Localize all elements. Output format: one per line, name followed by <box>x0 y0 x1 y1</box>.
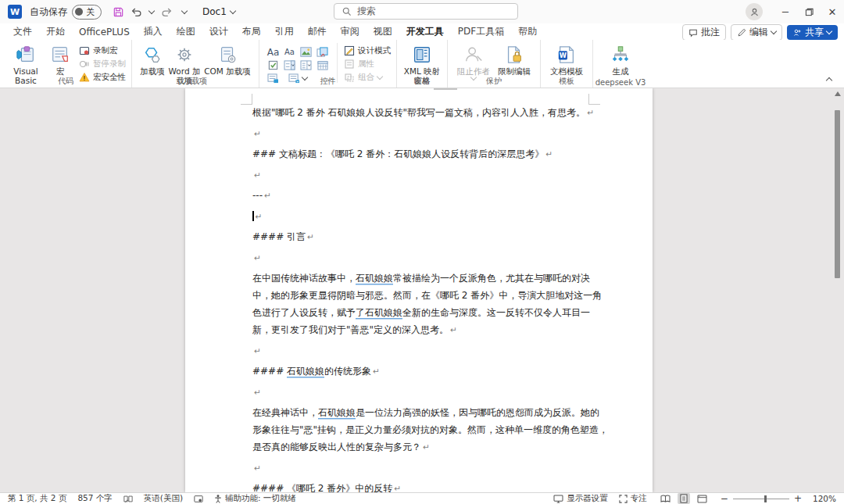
rich-text-control-button[interactable]: Aa <box>267 47 280 58</box>
collapse-ribbon-icon[interactable] <box>826 77 832 84</box>
document-line[interactable]: ↵ <box>252 459 593 477</box>
document-line[interactable]: 在经典神话中，石矶娘娘是一位法力高强的妖怪，因与哪吒的恩怨而成为反派。她的 <box>252 404 593 421</box>
document-line[interactable]: ↵ <box>252 384 593 401</box>
restrict-editing-button[interactable]: 限制编辑 <box>494 43 535 76</box>
paragraph-mark: ↵ <box>254 346 261 356</box>
document-line[interactable]: #### 引言↵ <box>252 228 593 245</box>
macro-recording-status[interactable] <box>194 495 203 503</box>
document-text[interactable]: 根据"哪吒 2 番外 石矶娘娘人设反转"帮我写一篇文稿，内容引人入胜，有思考。↵… <box>252 104 593 492</box>
tab-mailings[interactable]: 邮件 <box>301 23 334 40</box>
zoom-out-button[interactable]: − <box>721 493 728 504</box>
tab-insert[interactable]: 插入 <box>137 23 170 40</box>
dropdown-list-control-button[interactable] <box>300 60 312 70</box>
document-line[interactable]: ### 文稿标题：《哪吒 2 番外：石矶娘娘人设反转背后的深层思考》↵ <box>252 145 593 163</box>
close-button[interactable]: ✕ <box>821 0 844 23</box>
document-line[interactable]: 根据"哪吒 2 番外 石矶娘娘人设反转"帮我写一篇文稿，内容引人入胜，有思考。↵ <box>252 104 593 121</box>
zoom-slider[interactable] <box>733 499 789 499</box>
minimize-button[interactable]: ─ <box>774 0 797 23</box>
print-layout-button[interactable] <box>678 493 690 504</box>
restore-button[interactable] <box>797 0 821 23</box>
ribbon: Visual Basic 宏 录制宏 暂停录制 宏安全性 代码 加载项 <box>0 40 844 88</box>
tab-view[interactable]: 视图 <box>367 23 399 40</box>
combo-box-control-button[interactable] <box>284 60 295 70</box>
editing-mode-button[interactable]: 编辑 <box>731 24 782 41</box>
autosave-state: 关 <box>86 6 95 18</box>
read-mode-button[interactable] <box>658 494 673 504</box>
generate-button[interactable]: 生成 <box>599 43 642 76</box>
scroll-up-icon[interactable] <box>835 91 841 96</box>
web-layout-button[interactable] <box>695 494 710 504</box>
document-line[interactable]: 新，更引发了我们对于"善恶"定义的深入思考。↵ <box>252 321 593 338</box>
date-picker-control-button[interactable] <box>317 60 328 70</box>
comments-button[interactable]: 批注 <box>682 24 726 41</box>
addins-button[interactable]: 加载项 <box>138 43 167 76</box>
undo-dropdown-icon[interactable] <box>148 7 155 13</box>
document-line[interactable]: ↵ <box>252 208 593 225</box>
record-macro-button[interactable]: 录制宏 <box>79 45 126 56</box>
language-status[interactable]: 英语(美国) <box>144 493 183 504</box>
redo-button[interactable] <box>160 6 173 17</box>
document-line[interactable]: 中，她的形象更显得阴暗与邪恶。然而，在《哪吒 2 番外》中，导演大胆地对这一角 <box>252 287 593 304</box>
document-line[interactable]: ↵ <box>252 166 593 184</box>
monitor-icon <box>553 495 563 503</box>
document-line[interactable]: #### 《哪吒 2 番外》中的反转↵ <box>252 480 593 492</box>
autosave-toggle[interactable]: 关 <box>72 5 102 20</box>
tab-officeplus[interactable]: OfficePLUS <box>72 25 137 39</box>
autosave-control[interactable]: 自动保存 关 <box>30 5 102 20</box>
page-number-status[interactable]: 第 1 页, 共 2 页 <box>8 493 66 504</box>
tab-home[interactable]: 开始 <box>39 23 72 40</box>
design-mode-button[interactable]: 设计模式 <box>344 45 391 56</box>
document-line[interactable]: ↵ <box>252 125 593 142</box>
picture-control-button[interactable] <box>300 47 312 57</box>
document-line[interactable]: 色进行了人设反转，赋予了石矶娘娘全新的生命与深度。这一反转不仅令人耳目一 <box>252 304 593 321</box>
save-icon[interactable] <box>113 6 124 18</box>
word-count-status[interactable]: 857 个字 <box>77 493 112 504</box>
display-settings-button[interactable]: 显示器设置 <box>553 493 608 504</box>
zoom-in-button[interactable]: + <box>794 493 802 504</box>
accessibility-status[interactable]: 辅助功能: 一切就绪 <box>214 493 296 504</box>
tab-help[interactable]: 帮助 <box>511 23 544 40</box>
checkbox-control-button[interactable] <box>268 60 278 70</box>
document-line[interactable]: ---↵ <box>252 187 593 204</box>
zoom-level[interactable]: 120% <box>813 494 836 503</box>
com-addins-button[interactable]: COM 加载项 <box>202 43 253 76</box>
tab-pdf-toolbox[interactable]: PDF工具箱 <box>451 23 511 40</box>
document-template-button[interactable]: W 文档模板 <box>546 43 587 76</box>
document-title-menu[interactable]: Doc1 <box>202 6 235 17</box>
tab-file[interactable]: 文件 <box>6 23 39 40</box>
document-line[interactable]: 形象往往与"恶"挂钩，是正义力量必须对抗的对象。然而，这种单一维度的角色塑造， <box>252 421 593 438</box>
spellcheck-icon <box>123 495 133 503</box>
document-line[interactable]: 在中国传统神话故事中，石矶娘娘常被描绘为一个反派角色，尤其在与哪吒的对决 <box>252 270 593 287</box>
building-block-gallery-button[interactable] <box>316 47 328 58</box>
tab-layout[interactable]: 布局 <box>235 23 268 40</box>
plain-text-control-button[interactable]: Aa <box>284 48 295 56</box>
paragraph-mark: ↵ <box>450 325 457 334</box>
macros-button[interactable]: 宏 <box>46 43 74 76</box>
document-line[interactable]: #### 石矶娘娘的传统形象↵ <box>252 363 593 380</box>
tab-draw[interactable]: 绘图 <box>170 23 202 40</box>
combo-box-icon <box>284 60 295 70</box>
proofing-status[interactable] <box>123 495 133 503</box>
design-mode-icon <box>344 45 355 56</box>
account-avatar[interactable] <box>746 3 763 20</box>
addins-icon <box>142 45 163 65</box>
document-page[interactable]: 根据"哪吒 2 番外 石矶娘娘人设反转"帮我写一篇文稿，内容引人入胜，有思考。↵… <box>185 88 653 492</box>
paragraph-mark: ↵ <box>254 463 261 473</box>
share-button[interactable]: 共享 <box>787 25 838 40</box>
document-line[interactable]: ↵ <box>252 342 593 359</box>
document-line[interactable]: ↵ <box>252 249 593 266</box>
zoom-slider-thumb[interactable] <box>764 495 767 502</box>
vertical-scrollbar[interactable] <box>833 90 842 492</box>
scrollbar-thumb[interactable] <box>835 110 840 278</box>
tab-review[interactable]: 审阅 <box>334 23 367 40</box>
qat-customize-icon[interactable] <box>181 7 188 13</box>
document-line[interactable]: 是否真的能够反映出人性的复杂与多元？↵ <box>252 438 593 456</box>
tab-references[interactable]: 引用 <box>268 23 301 40</box>
tab-developer[interactable]: 开发工具 <box>399 23 451 40</box>
word-app-icon: W <box>8 5 22 19</box>
document-area[interactable]: 根据"哪吒 2 番外 石矶娘娘人设反转"帮我写一篇文稿，内容引人入胜，有思考。↵… <box>0 88 844 492</box>
tab-design[interactable]: 设计 <box>202 23 235 40</box>
focus-mode-button[interactable]: 专注 <box>619 493 647 504</box>
search-input[interactable]: 搜索 <box>334 3 518 20</box>
undo-button[interactable] <box>131 6 143 17</box>
